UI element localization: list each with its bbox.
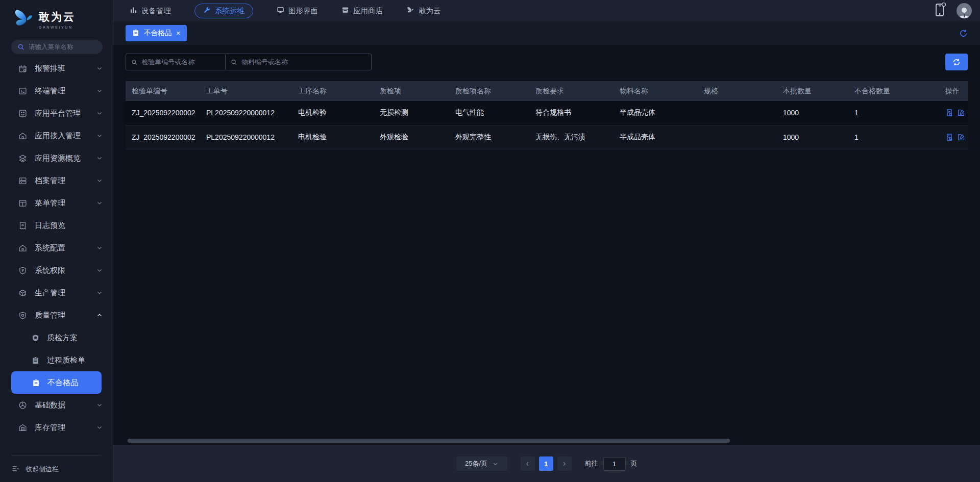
- inspection-no-search: [126, 54, 226, 70]
- avatar[interactable]: [957, 3, 972, 18]
- brand-text: 敢为云 GANWEIYUN: [39, 10, 76, 29]
- prev-page-button[interactable]: [521, 456, 535, 471]
- menu-board-icon: [18, 199, 28, 208]
- sidebar-item-label: 生产管理: [35, 288, 89, 298]
- sidebar-item-label: 质量管理: [35, 311, 89, 320]
- production-box-icon: [18, 289, 28, 297]
- topnav-item-device-mgmt[interactable]: 设备管理: [130, 6, 171, 16]
- sidebar-item-label: 库存管理: [35, 423, 89, 433]
- collapse-icon: [11, 465, 19, 474]
- sidebar-item-label: 菜单管理: [35, 198, 89, 208]
- collapse-sidebar-button[interactable]: 收起侧边栏: [0, 463, 113, 476]
- goto-label: 前往: [585, 459, 598, 468]
- sidebar-item-defective-products[interactable]: 不合格品: [11, 371, 102, 394]
- view-record-icon[interactable]: [945, 133, 953, 141]
- cell-item-name: 电气性能: [449, 101, 529, 125]
- col-header: 本批数量: [777, 81, 848, 101]
- chevron-down-icon: [96, 65, 103, 71]
- sidebar-item-alarm-schedule[interactable]: 报警排班: [0, 57, 113, 80]
- sidebar-item-inventory[interactable]: 库存管理: [0, 416, 113, 439]
- close-icon[interactable]: ×: [176, 30, 180, 37]
- shield-key-icon: [18, 266, 28, 275]
- pager: 1: [521, 456, 572, 471]
- cell-defect-qty: 1: [848, 125, 939, 149]
- cell-inspection-no: ZJ_2025092200002: [126, 101, 200, 125]
- topnav-item-graphic-ui[interactable]: 图形界面: [277, 6, 318, 16]
- topnav-item-app-store[interactable]: 应用商店: [341, 6, 383, 16]
- archive-icon: [18, 176, 28, 185]
- home-icon: [18, 132, 28, 140]
- search-icon: [231, 59, 237, 66]
- sidebar-item-system-permission[interactable]: 系统权限: [0, 259, 113, 282]
- topnav-item-system-ops[interactable]: 系统运维: [194, 4, 253, 18]
- edit-icon[interactable]: [957, 133, 965, 141]
- monitor-icon: [277, 6, 284, 15]
- cell-item: 外观检验: [374, 125, 449, 149]
- sidebar-item-archives[interactable]: 档案管理: [0, 169, 113, 192]
- sidebar-item-app-platform[interactable]: 应用平台管理: [0, 102, 113, 124]
- table-row[interactable]: ZJ_2025092200002 PL202509220000012 电机检验 …: [126, 125, 968, 149]
- sidebar-divider: [11, 455, 102, 455]
- phone-icon[interactable]: [934, 2, 946, 19]
- sidebar-item-terminal[interactable]: 终端管理: [0, 80, 113, 102]
- chevron-down-icon: [96, 88, 103, 94]
- sidebar-item-menu-mgmt[interactable]: 菜单管理: [0, 192, 113, 214]
- inspection-no-search-input[interactable]: [141, 58, 220, 66]
- sidebar-item-system-config[interactable]: 系统配置: [0, 237, 113, 259]
- sidebar-menu-search[interactable]: [11, 40, 103, 54]
- col-header: 操作: [939, 81, 968, 101]
- material-no-search-input[interactable]: [241, 58, 366, 66]
- col-header: 质检项名称: [449, 81, 529, 101]
- sidebar: 敢为云 GANWEIYUN 报警排班 终端管理 应用平台管理: [0, 0, 113, 482]
- sidebar-item-base-data[interactable]: 基础数据: [0, 394, 113, 416]
- topnav-item-ganweiyun[interactable]: 敢为云: [406, 6, 441, 16]
- sidebar-item-label: 系统配置: [35, 243, 89, 253]
- col-header: 检验单编号: [126, 81, 200, 101]
- search-icon: [131, 59, 137, 66]
- topnav-label: 敢为云: [419, 6, 441, 16]
- content-area: 检验单编号 工单号 工序名称 质检项 质检项名称 质检要求 物料名称 规格 本批…: [113, 45, 980, 445]
- log-document-icon: [18, 221, 28, 230]
- home-gear-icon: [18, 244, 28, 252]
- sidebar-menu: 报警排班 终端管理 应用平台管理 应用接入管理 应用资源概览: [0, 57, 113, 455]
- tab-label: 不合格品: [144, 29, 172, 38]
- page-number-current[interactable]: 1: [539, 456, 553, 471]
- cell-requirement: 符合规格书: [529, 101, 614, 125]
- butterfly-icon: [406, 6, 414, 15]
- cell-item: 无损检测: [374, 101, 449, 125]
- table-row[interactable]: ZJ_2025092200002 PL202509220000012 电机检验 …: [126, 101, 968, 125]
- refresh-icon[interactable]: [959, 29, 968, 38]
- sidebar-item-log-preview[interactable]: 日志预览: [0, 214, 113, 237]
- sidebar-item-quality-plan[interactable]: 质检方案: [0, 326, 113, 349]
- sidebar-item-process-inspection[interactable]: 过程质检单: [0, 349, 113, 371]
- chevron-down-icon: [96, 402, 103, 408]
- edit-icon[interactable]: [957, 109, 965, 117]
- sidebar-search-input[interactable]: [29, 43, 96, 50]
- sidebar-item-app-access[interactable]: 应用接入管理: [0, 124, 113, 147]
- search-icon: [17, 43, 24, 50]
- sidebar-item-label: 应用资源概览: [35, 154, 89, 163]
- refresh-data-button[interactable]: [945, 54, 968, 70]
- quality-plan-shield-icon: [32, 334, 40, 342]
- view-record-icon[interactable]: [945, 109, 953, 117]
- next-page-button[interactable]: [557, 456, 572, 471]
- col-header: 物料名称: [614, 81, 698, 101]
- cell-material: 半成品壳体: [614, 101, 698, 125]
- app-platform-icon: [18, 109, 28, 118]
- chevron-down-icon: [493, 461, 498, 467]
- page-unit-label: 页: [631, 459, 638, 468]
- horizontal-scrollbar[interactable]: [128, 439, 730, 443]
- content-spacer: [126, 149, 968, 445]
- cell-work-order: PL202509220000012: [200, 125, 292, 149]
- topnav-label: 设备管理: [141, 6, 171, 16]
- sidebar-item-production[interactable]: 生产管理: [0, 282, 113, 304]
- topnav-label: 系统运维: [215, 6, 244, 16]
- tab-defective-products[interactable]: 不合格品 ×: [126, 25, 187, 41]
- cell-item-name: 外观完整性: [449, 125, 529, 149]
- goto-page-input[interactable]: [603, 457, 626, 471]
- goto-page: 前往 页: [585, 457, 638, 471]
- chevron-up-icon: [96, 312, 103, 318]
- sidebar-item-app-resources[interactable]: 应用资源概览: [0, 147, 113, 169]
- sidebar-item-quality[interactable]: 质量管理: [0, 304, 113, 326]
- page-size-select[interactable]: 25条/页: [456, 456, 507, 471]
